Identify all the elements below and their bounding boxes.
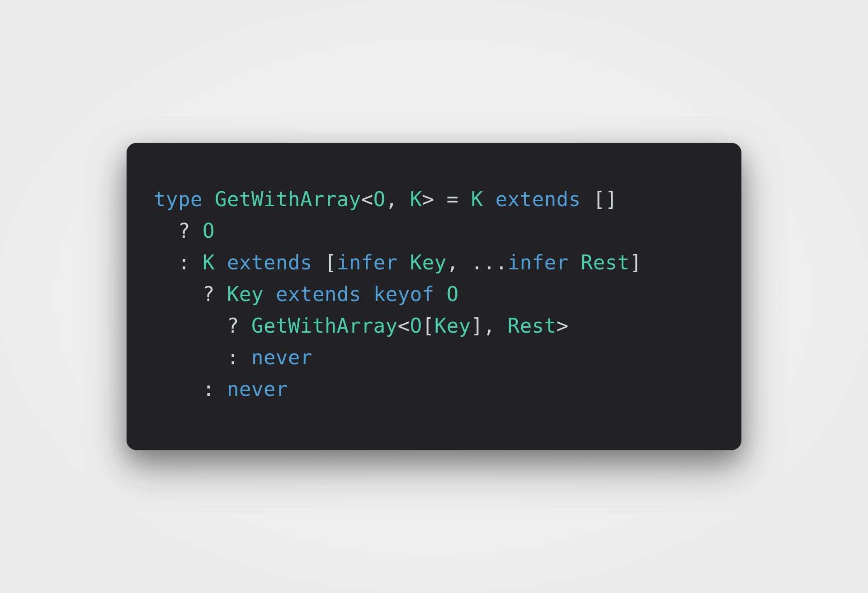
code-token [434, 282, 447, 306]
code-token: : [227, 346, 251, 369]
code-line: type GetWithArray<O, K> = K extends [] [154, 188, 618, 211]
code-token: extends [276, 282, 361, 306]
code-card: type GetWithArray<O, K> = K extends [] ?… [127, 143, 741, 450]
code-token: GetWithArray [215, 188, 361, 211]
code-token: extends [495, 188, 581, 211]
code-token: keyof [373, 282, 434, 306]
code-token: : [178, 251, 203, 274]
code-token [215, 251, 227, 274]
code-token: O [447, 282, 459, 306]
code-token: infer [337, 251, 398, 274]
code-token: GetWithArray [251, 314, 398, 337]
code-block: type GetWithArray<O, K> = K extends [] ?… [154, 184, 714, 405]
code-token: ? [178, 219, 203, 242]
code-line: : K extends [infer Key, ...infer Rest] [154, 251, 642, 274]
code-token: Key [410, 251, 447, 274]
code-token: > = [422, 188, 471, 211]
code-token: , ... [447, 251, 508, 274]
code-token: never [251, 346, 312, 369]
code-token: [ [422, 314, 434, 337]
code-line: ? O [154, 219, 215, 242]
code-token: infer [508, 251, 569, 274]
code-token: < [398, 314, 410, 337]
stage: type GetWithArray<O, K> = K extends [] ?… [0, 0, 868, 593]
code-token: Rest [508, 314, 557, 337]
code-token: K [203, 251, 215, 274]
code-line: ? Key extends keyof O [154, 282, 459, 306]
code-token: > [557, 314, 569, 337]
code-token: [ [312, 251, 337, 274]
code-token [264, 282, 276, 306]
code-token [483, 188, 495, 211]
code-token [361, 282, 373, 306]
code-token [203, 188, 215, 211]
code-token: type [154, 188, 203, 211]
code-token [398, 251, 410, 274]
code-token: ? [227, 314, 251, 337]
code-token: Key [434, 314, 471, 337]
code-token: , [386, 188, 410, 211]
code-token: Rest [581, 251, 630, 274]
code-token: [] [581, 188, 618, 211]
code-token: extends [227, 251, 312, 274]
code-token: O [373, 188, 386, 211]
code-token: Key [227, 282, 264, 306]
code-token: : [203, 377, 227, 400]
code-token: < [361, 188, 373, 211]
code-token: O [203, 219, 215, 242]
code-token: ? [203, 282, 227, 306]
code-token: ], [471, 314, 508, 337]
code-token: K [410, 188, 422, 211]
code-line: ? GetWithArray<O[Key], Rest> [154, 314, 569, 337]
code-token: ] [630, 251, 642, 274]
code-token [569, 251, 581, 274]
code-line: : never [154, 346, 312, 369]
code-token: O [410, 314, 422, 337]
code-line: : never [154, 377, 288, 400]
code-token: never [227, 377, 288, 400]
code-token: K [471, 188, 483, 211]
